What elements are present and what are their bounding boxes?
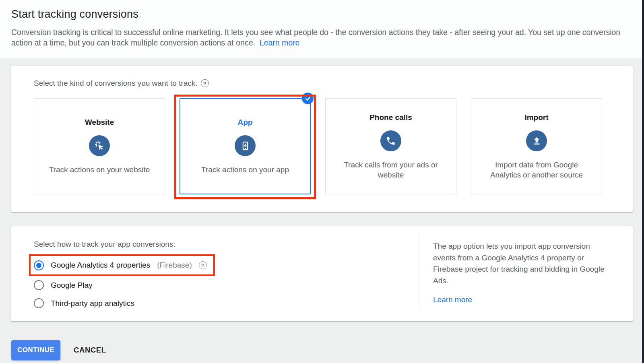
option-slot-app: App Track actions on your app (180, 98, 311, 194)
radio-label: Third-party app analytics (51, 299, 134, 308)
radio-button-unchecked[interactable] (34, 280, 44, 290)
conversion-kind-label: Select the kind of conversions you want … (34, 79, 198, 88)
radio-label: Google Analytics 4 properties (51, 261, 150, 270)
conversion-setup-page: Start tracking conversions Conversion tr… (0, 0, 644, 363)
option-card-app[interactable]: App Track actions on your app (180, 98, 311, 194)
intro-learn-more-link[interactable]: Learn more (260, 38, 300, 47)
radio-button-checked[interactable] (34, 260, 44, 270)
option-title: Import (524, 113, 548, 122)
option-description: Import data from Google Analytics or ano… (483, 160, 590, 180)
option-slot-phone-calls: Phone calls Track calls from your ads or… (325, 98, 456, 194)
option-card-phone-calls[interactable]: Phone calls Track calls from your ads or… (325, 98, 456, 194)
info-learn-more-link[interactable]: Learn more (433, 295, 472, 304)
mobile-download-icon (235, 135, 256, 156)
radio-label-suffix: (Firebase) (157, 261, 192, 270)
phone-icon (380, 130, 401, 151)
upload-icon (526, 130, 547, 151)
intro-paragraph: Conversion tracking is critical to succe… (11, 27, 633, 48)
help-icon[interactable]: ? (201, 79, 209, 87)
app-tracking-card: Select how to track your app conversions… (11, 226, 633, 321)
vertical-divider (419, 235, 419, 308)
option-title: Phone calls (369, 113, 412, 122)
action-bar: CONTINUE CANCEL (11, 340, 633, 360)
app-info-text: The app option lets you import app conve… (433, 241, 612, 287)
option-title: Website (85, 118, 114, 127)
option-card-import[interactable]: Import Import data from Google Analytics… (471, 98, 602, 194)
conversion-kind-options: Website Trac (34, 98, 610, 194)
right-edge-strip (642, 0, 644, 363)
page-title: Start tracking conversions (11, 8, 633, 21)
option-card-website[interactable]: Website Trac (34, 98, 165, 194)
option-description: Track calls from your ads or website (337, 160, 445, 180)
radio-label: Google Play (51, 281, 93, 290)
conversion-kind-label-row: Select the kind of conversions you want … (34, 79, 610, 88)
option-description: Track actions on your website (49, 165, 150, 175)
cancel-button[interactable]: CANCEL (69, 342, 111, 359)
conversion-kind-card: Select the kind of conversions you want … (11, 66, 633, 212)
app-info-panel: The app option lets you import app conve… (433, 241, 612, 304)
intro-text: Conversion tracking is critical to succe… (11, 28, 620, 47)
page-header: Start tracking conversions Conversion tr… (0, 0, 644, 58)
cursor-click-icon (89, 135, 110, 156)
option-slot-website: Website Trac (34, 98, 165, 194)
annotation-red-frame-ga4: Google Analytics 4 properties (Firebase)… (29, 254, 215, 276)
option-slot-import: Import Import data from Google Analytics… (471, 98, 602, 194)
radio-button-unchecked[interactable] (34, 298, 44, 308)
option-title: App (238, 118, 253, 127)
radio-option-ga4[interactable]: Google Analytics 4 properties (Firebase)… (34, 258, 207, 272)
option-description: Track actions on your app (201, 165, 289, 175)
continue-button[interactable]: CONTINUE (11, 340, 60, 360)
selected-check-icon (302, 93, 314, 104)
help-icon[interactable]: ? (199, 261, 207, 269)
